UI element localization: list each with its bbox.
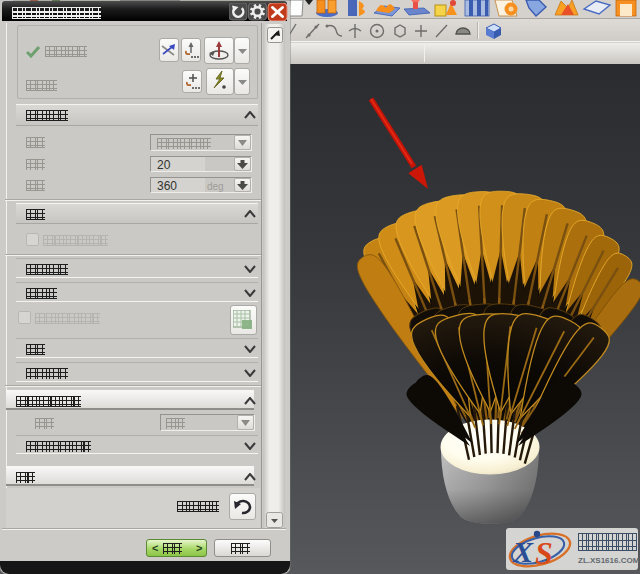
svg-text:X: X xyxy=(512,535,534,568)
svg-text:S: S xyxy=(535,535,553,570)
